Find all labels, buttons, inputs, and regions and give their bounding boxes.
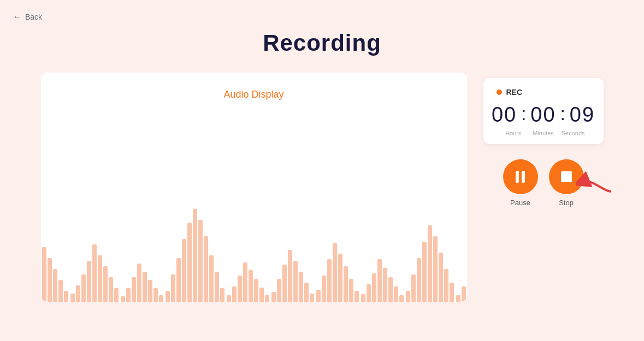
bar-10-1 xyxy=(367,284,371,302)
back-button[interactable]: ← Back xyxy=(13,12,42,22)
bar-4-3 xyxy=(87,261,91,302)
bar-8-0 xyxy=(271,292,276,302)
bar-11-3 xyxy=(422,242,427,302)
bar-11-5 xyxy=(433,236,438,302)
main-content: Audio Display REC 00 : 00 : 09 Hours Min… xyxy=(0,62,644,313)
bar-11-6 xyxy=(439,253,443,302)
bar-9-1 xyxy=(322,276,326,302)
pause-btn-circle xyxy=(503,159,538,194)
bar-4-2 xyxy=(81,274,86,302)
bar-9-7 xyxy=(355,291,359,302)
bar-3-3 xyxy=(42,247,46,302)
bar-6-8 xyxy=(209,255,214,302)
bar-9-3 xyxy=(333,243,337,302)
bar-9-2 xyxy=(327,259,332,302)
bar-8-2 xyxy=(282,265,287,302)
bar-10-6 xyxy=(394,286,398,302)
bar-4-0 xyxy=(70,294,75,302)
control-buttons: Pause Stop xyxy=(483,159,604,207)
red-arrow xyxy=(576,167,614,197)
bar-12-0 xyxy=(456,295,460,302)
bar-10-4 xyxy=(383,268,387,302)
bar-6-4 xyxy=(187,223,192,302)
bar-7-5 xyxy=(254,279,258,302)
bar-11-8 xyxy=(450,283,454,302)
bar-11-1 xyxy=(411,274,416,302)
back-label: Back xyxy=(25,13,42,21)
bar-9-6 xyxy=(349,279,353,302)
bar-5-4 xyxy=(143,272,147,302)
timer-minutes: 00 xyxy=(530,103,557,127)
pause-button[interactable]: Pause xyxy=(503,159,538,207)
bar-8-7 xyxy=(310,294,314,302)
bar-6-6 xyxy=(198,220,203,302)
bar-7-1 xyxy=(232,286,237,302)
bar-5-6 xyxy=(153,288,158,302)
bar-5-1 xyxy=(126,288,131,302)
bar-10-3 xyxy=(377,259,382,302)
pause-bar-right xyxy=(522,171,525,183)
bar-11-7 xyxy=(444,269,448,302)
minutes-label: Minutes xyxy=(528,130,558,136)
audio-panel: Audio Display xyxy=(41,73,467,302)
bar-10-0 xyxy=(361,294,365,302)
rec-card: REC 00 : 00 : 09 Hours Minutes Seconds xyxy=(483,78,604,144)
bar-group-10 xyxy=(361,259,404,302)
timer-hours: 00 xyxy=(491,103,518,127)
bar-group-3 xyxy=(41,247,68,302)
bar-6-9 xyxy=(215,272,219,302)
bar-6-1 xyxy=(171,274,175,302)
bar-5-3 xyxy=(137,264,141,302)
bar-11-4 xyxy=(428,225,432,302)
bar-11-0 xyxy=(406,291,410,302)
stop-label: Stop xyxy=(559,199,574,207)
audio-display-label: Audio Display xyxy=(41,73,467,100)
bar-group-6 xyxy=(166,209,224,302)
bar-3-7 xyxy=(64,291,68,302)
back-arrow-icon: ← xyxy=(13,12,22,22)
right-panel: REC 00 : 00 : 09 Hours Minutes Seconds xyxy=(483,73,604,207)
hours-label: Hours xyxy=(499,130,529,136)
bar-11-2 xyxy=(417,258,421,302)
colon-1: : xyxy=(521,103,526,124)
bar-6-0 xyxy=(166,291,170,302)
rec-indicator: REC xyxy=(497,88,590,97)
bar-8-4 xyxy=(293,261,298,302)
bar-7-2 xyxy=(238,276,242,302)
bar-4-4 xyxy=(92,244,97,302)
bar-4-7 xyxy=(109,277,113,302)
bar-4-8 xyxy=(114,288,119,302)
bar-6-10 xyxy=(220,288,224,302)
bar-5-7 xyxy=(159,295,163,302)
bar-7-3 xyxy=(243,262,247,302)
rec-dot xyxy=(497,89,502,95)
bar-8-1 xyxy=(277,279,281,302)
bar-group-12 xyxy=(456,265,467,302)
bar-5-0 xyxy=(121,296,125,302)
bar-7-0 xyxy=(227,295,231,302)
pause-bar-left xyxy=(516,171,519,183)
timer-labels: Hours Minutes Seconds xyxy=(497,130,590,136)
page-title: Recording xyxy=(0,0,644,56)
bar-7-4 xyxy=(249,270,253,302)
timer-seconds: 09 xyxy=(569,103,596,127)
bar-6-3 xyxy=(182,239,186,302)
colon-2: : xyxy=(560,103,565,124)
bar-group-11 xyxy=(406,225,454,302)
rec-label: REC xyxy=(506,88,523,97)
bar-group-9 xyxy=(316,243,359,302)
bar-6-5 xyxy=(193,209,197,302)
bars-container xyxy=(41,138,467,302)
bar-9-5 xyxy=(344,266,348,302)
bar-9-0 xyxy=(316,290,321,302)
bar-3-4 xyxy=(48,258,52,302)
bar-10-2 xyxy=(372,273,376,302)
bar-group-5 xyxy=(121,264,163,302)
bar-3-5 xyxy=(53,269,57,302)
bar-group-8 xyxy=(271,250,314,302)
bar-9-4 xyxy=(338,254,342,302)
pause-icon xyxy=(516,171,525,183)
bar-10-5 xyxy=(388,277,393,302)
bar-4-5 xyxy=(98,255,102,302)
bar-5-5 xyxy=(148,280,152,302)
